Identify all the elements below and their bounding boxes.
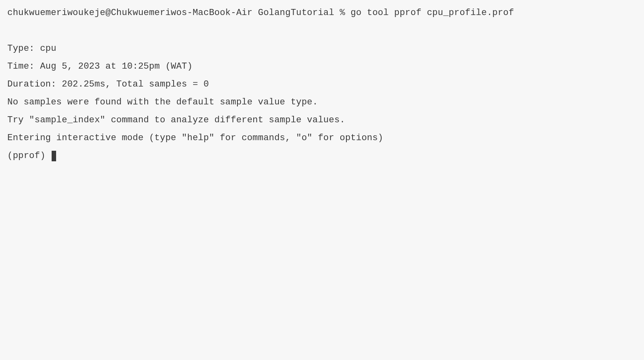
- output-try-hint: Try "sample_index" command to analyze di…: [7, 111, 637, 129]
- output-entering-mode: Entering interactive mode (type "help" f…: [7, 129, 637, 147]
- pprof-prompt-text: (pprof): [7, 147, 51, 165]
- shell-command-line: chukwuemeriwoukeje@Chukwuemeriwos-MacBoo…: [7, 4, 637, 22]
- output-no-samples: No samples were found with the default s…: [7, 93, 637, 111]
- pprof-prompt-line[interactable]: (pprof): [7, 147, 637, 165]
- output-time: Time: Aug 5, 2023 at 10:25pm (WAT): [7, 58, 637, 76]
- blank-line: [7, 22, 637, 40]
- output-duration: Duration: 202.25ms, Total samples = 0: [7, 76, 637, 93]
- cursor-icon: [52, 151, 56, 161]
- output-type: Type: cpu: [7, 40, 637, 58]
